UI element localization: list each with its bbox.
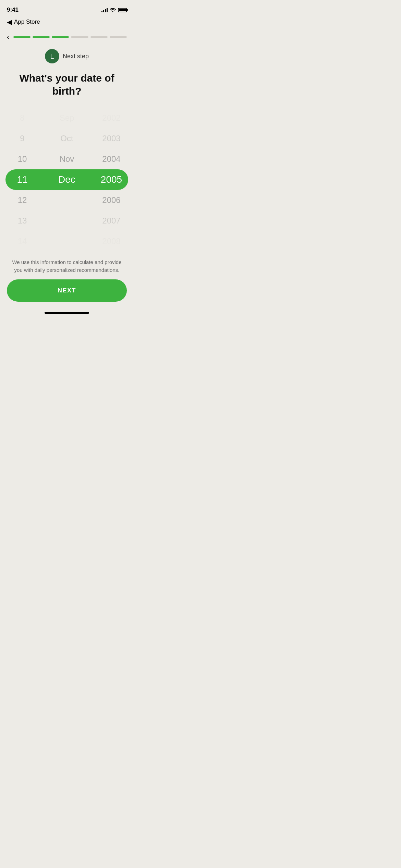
step-avatar: L bbox=[45, 49, 59, 63]
picker-month: Nov bbox=[45, 154, 89, 164]
progress-section: ‹ bbox=[0, 29, 134, 44]
picker-day: 12 bbox=[0, 195, 45, 205]
picker-row[interactable]: 142008 bbox=[0, 231, 134, 252]
picker-rows[interactable]: 8Sep20029Oct200310Nov200411Dec2005122006… bbox=[0, 108, 134, 252]
picker-year: 2008 bbox=[89, 237, 134, 246]
picker-year: 2007 bbox=[89, 216, 134, 226]
picker-day: 8 bbox=[0, 113, 45, 123]
picker-year: 2004 bbox=[89, 154, 134, 164]
picker-day: 14 bbox=[0, 237, 45, 246]
app-store-back-icon: ◀ bbox=[7, 18, 12, 26]
next-button[interactable]: NEXT bbox=[7, 279, 127, 302]
status-time: 9:41 bbox=[7, 7, 19, 13]
picker-row[interactable]: 132007 bbox=[0, 210, 134, 231]
picker-month: Oct bbox=[45, 134, 89, 143]
battery-icon bbox=[118, 8, 127, 12]
step-label: Next step bbox=[63, 53, 89, 60]
picker-year: 2002 bbox=[89, 113, 134, 123]
app-store-nav: ◀ App Store bbox=[0, 17, 134, 29]
step-indicator: L Next step bbox=[0, 44, 134, 66]
picker-row[interactable]: 8Sep2002 bbox=[0, 108, 134, 128]
picker-row[interactable]: 122006 bbox=[0, 190, 134, 210]
progress-bars bbox=[13, 36, 127, 38]
picker-day: 10 bbox=[0, 154, 45, 164]
progress-bar-1 bbox=[13, 36, 31, 38]
back-chevron-icon[interactable]: ‹ bbox=[7, 33, 9, 41]
progress-bar-6 bbox=[110, 36, 127, 38]
status-bar: 9:41 bbox=[0, 0, 134, 17]
picker-day: 11 bbox=[0, 174, 45, 185]
question-title: What's your date of birth? bbox=[0, 66, 134, 108]
app-store-label: App Store bbox=[14, 19, 40, 25]
date-picker-container[interactable]: 8Sep20029Oct200310Nov200411Dec2005122006… bbox=[0, 108, 134, 252]
info-text: We use this information to calculate and… bbox=[0, 252, 134, 279]
picker-day: 13 bbox=[0, 216, 45, 226]
date-picker[interactable]: 8Sep20029Oct200310Nov200411Dec2005122006… bbox=[0, 108, 134, 252]
picker-year: 2003 bbox=[89, 134, 134, 143]
progress-bar-2 bbox=[33, 36, 50, 38]
picker-month: Dec bbox=[45, 174, 89, 185]
progress-bar-3 bbox=[52, 36, 69, 38]
picker-row[interactable]: 11Dec2005 bbox=[0, 169, 134, 190]
picker-row[interactable]: 9Oct2003 bbox=[0, 128, 134, 149]
status-icons bbox=[101, 8, 127, 12]
picker-year: 2006 bbox=[89, 195, 134, 205]
home-indicator bbox=[0, 309, 134, 319]
picker-day: 9 bbox=[0, 134, 45, 143]
picker-row[interactable]: 10Nov2004 bbox=[0, 149, 134, 169]
signal-icon bbox=[101, 8, 108, 12]
picker-year: 2005 bbox=[89, 174, 134, 185]
progress-bar-5 bbox=[90, 36, 108, 38]
home-bar bbox=[45, 312, 89, 314]
progress-bar-4 bbox=[71, 36, 88, 38]
picker-month: Sep bbox=[45, 113, 89, 123]
wifi-icon bbox=[110, 8, 116, 12]
